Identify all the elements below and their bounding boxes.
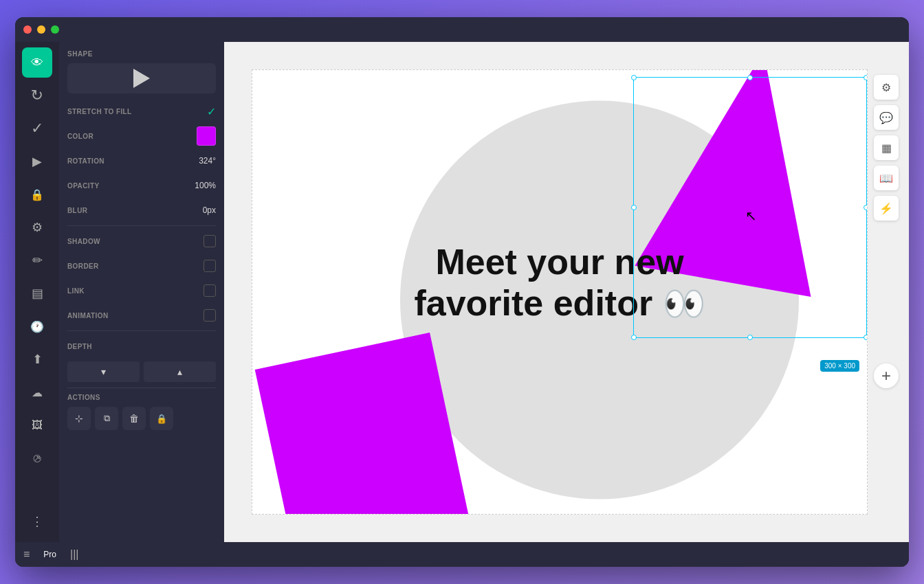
canvas-text-emoji: 👀 <box>663 284 705 323</box>
sidebar-check-button[interactable]: ✓ <box>22 113 52 144</box>
chevron-down-icon: ▾ <box>101 366 106 377</box>
rt-add-button[interactable]: + <box>874 363 899 388</box>
close-button[interactable] <box>23 25 32 34</box>
color-swatch[interactable] <box>197 126 216 146</box>
action-select-button[interactable]: ⊹ <box>67 407 91 430</box>
eye-icon: 👁 <box>31 56 43 70</box>
bottom-bar-icon[interactable]: ||| <box>70 548 78 561</box>
more-icon: ⋮ <box>31 514 43 529</box>
action-buttons: ⊹ ⧉ 🗑 🔒 <box>67 407 216 430</box>
upload-icon: ⬆ <box>32 352 43 367</box>
rt-add-icon: + <box>881 368 891 384</box>
right-toolbar: ⚙ 💬 ▦ 📖 ⚡ + <box>869 69 903 394</box>
hamburger-icon[interactable]: ≡ <box>23 548 30 561</box>
stretch-check-icon[interactable]: ✓ <box>207 105 216 118</box>
shadow-label: SHADOW <box>67 238 100 245</box>
bottom-bar: ≡ Pro ||| <box>15 542 909 567</box>
rotation-row: ROTATION 324° <box>67 151 216 170</box>
handle-mid-right[interactable] <box>864 205 868 210</box>
color-label: COLOR <box>67 133 94 140</box>
chevron-up-icon: ▴ <box>177 366 182 377</box>
handle-top-right[interactable] <box>864 75 868 80</box>
minimize-button[interactable] <box>37 25 45 34</box>
opacity-value[interactable]: 100% <box>195 181 216 190</box>
pro-tab[interactable]: Pro <box>38 547 62 562</box>
border-checkbox[interactable] <box>204 260 216 272</box>
canvas-text-line1: Meet your new <box>414 242 705 283</box>
sidebar-undo-button[interactable]: ↺ <box>22 80 52 111</box>
animation-checkbox[interactable] <box>204 309 216 322</box>
depth-row: DEPTH <box>67 337 216 356</box>
check-icon: ✓ <box>31 120 43 137</box>
rt-chat-icon: 💬 <box>879 111 893 124</box>
gallery-icon: 🖼 <box>32 419 43 431</box>
sidebar-settings-button[interactable]: ⚙ <box>22 212 52 243</box>
sidebar-play-button[interactable]: ▶ <box>22 146 52 177</box>
stretch-row: STRETCH TO FILL ✓ <box>67 102 216 121</box>
depth-down-button[interactable]: ▾ <box>67 361 140 382</box>
titlebar <box>15 17 909 42</box>
canvas-text-line2: favorite editor 👀 <box>414 283 705 324</box>
blur-value[interactable]: 0px <box>203 205 216 215</box>
rt-gear-button[interactable]: ⚙ <box>874 75 899 100</box>
clock-icon: 🕐 <box>30 320 44 333</box>
blur-row: BLUR 0px <box>67 201 216 220</box>
rt-zap-icon: ⚡ <box>879 202 893 215</box>
blur-label: BLUR <box>67 207 87 214</box>
select-icon: ⊹ <box>75 413 83 424</box>
sidebar-pencil-button[interactable]: ✏ <box>22 245 52 276</box>
rt-book-button[interactable]: 📖 <box>874 166 899 190</box>
divider-2 <box>67 330 216 331</box>
play-icon: ▶ <box>32 154 42 169</box>
sidebar-lock-button[interactable]: 🔒 <box>22 179 52 210</box>
properties-panel: SHAPE STRETCH TO FILL ✓ COLOR ROTATION 3… <box>59 42 224 542</box>
shape-triangle-icon <box>133 69 150 88</box>
rt-gear-icon: ⚙ <box>881 81 891 94</box>
action-copy-button[interactable]: ⧉ <box>95 407 118 430</box>
sidebar-cloud-button[interactable]: ☁ <box>22 377 52 407</box>
link-label: LINK <box>67 287 85 295</box>
sidebar-gallery-button[interactable]: 🖼 <box>22 410 52 440</box>
layers-icon: ▤ <box>32 286 43 301</box>
rt-chat-button[interactable]: 💬 <box>874 105 899 130</box>
delete-icon: 🗑 <box>129 413 139 424</box>
traffic-lights <box>23 25 59 34</box>
shape-label: SHAPE <box>67 50 216 58</box>
app-window: 👁 ↺ ✓ ▶ 🔒 ⚙ ✏ ▤ 🕐 <box>15 17 909 567</box>
rotation-value[interactable]: 324° <box>199 156 216 166</box>
copy-icon: ⧉ <box>104 413 110 424</box>
rt-layout-button[interactable]: ▦ <box>874 135 899 160</box>
sidebar-eye-button[interactable]: 👁 <box>22 47 52 78</box>
opacity-row: OPACITY 100% <box>67 176 216 195</box>
sidebar-more-button[interactable]: ⋮ <box>22 506 52 537</box>
action-lock-button[interactable]: 🔒 <box>150 407 173 430</box>
sidebar-share-button[interactable]: ⎋ <box>22 443 52 473</box>
border-row: BORDER <box>67 256 216 276</box>
sidebar-upload-button[interactable]: ⬆ <box>22 344 52 374</box>
border-label: BORDER <box>67 262 99 270</box>
depth-up-button[interactable]: ▴ <box>144 361 216 382</box>
app-body: 👁 ↺ ✓ ▶ 🔒 ⚙ ✏ ▤ 🕐 <box>15 42 909 542</box>
animation-row: ANIMATION <box>67 306 216 325</box>
handle-top-left[interactable] <box>631 75 637 80</box>
color-row: COLOR <box>67 126 216 146</box>
maximize-button[interactable] <box>51 25 59 34</box>
size-tooltip: 300 × 300 <box>820 360 859 372</box>
rt-zap-button[interactable]: ⚡ <box>874 196 899 221</box>
animation-label: ANIMATION <box>67 312 109 319</box>
canvas-content[interactable]: Meet your new favorite editor 👀 <box>252 69 868 515</box>
action-delete-button[interactable]: 🗑 <box>122 407 146 430</box>
shadow-checkbox[interactable] <box>204 235 216 247</box>
rt-book-icon: 📖 <box>879 172 893 185</box>
shape-preview-box[interactable] <box>67 63 216 93</box>
link-checkbox[interactable] <box>204 284 216 297</box>
sidebar-layers-button[interactable]: ▤ <box>22 278 52 308</box>
depth-label: DEPTH <box>67 343 92 350</box>
sidebar-clock-button[interactable]: 🕐 <box>22 311 52 341</box>
share-icon: ⎋ <box>30 455 45 462</box>
handle-bottom-right[interactable] <box>864 335 868 340</box>
canvas-area: Meet your new favorite editor 👀 <box>224 42 909 542</box>
gear-icon: ⚙ <box>32 220 43 235</box>
rotation-label: ROTATION <box>67 157 104 165</box>
pencil-icon: ✏ <box>32 253 43 268</box>
